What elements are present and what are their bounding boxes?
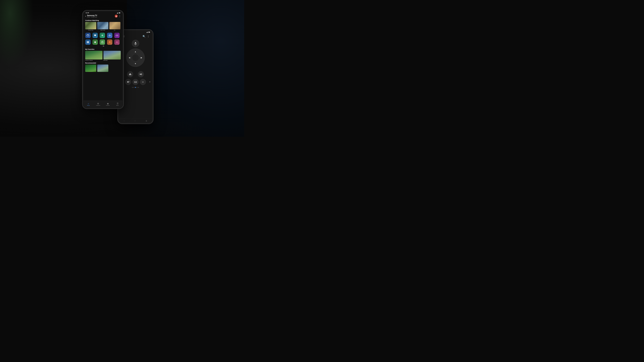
svg-rect-47: [136, 82, 136, 83]
app-icon-samsung-tv-plus[interactable]: [85, 33, 90, 38]
app-icon-bixby[interactable]: [100, 33, 105, 38]
remote-dot-3: [135, 87, 136, 88]
recommended-scroll[interactable]: [84, 64, 122, 72]
svg-rect-17: [116, 35, 118, 36]
svg-point-27: [102, 42, 103, 42]
apps-grid-row1: [84, 32, 122, 39]
svg-marker-40: [127, 81, 128, 83]
ch-button[interactable]: CH: [140, 79, 146, 85]
fav-thumb-mountain: [104, 51, 121, 59]
svg-rect-30: [146, 32, 147, 33]
mic-button[interactable]: [132, 40, 139, 47]
caption-button[interactable]: [132, 79, 138, 85]
app-header: ‹ Samsung TV Home · Living room ⋮: [84, 14, 122, 18]
app-icon-samsung-health[interactable]: [92, 33, 98, 38]
watch-thumb-la: [109, 22, 120, 29]
channel-down-button[interactable]: ▼: [148, 80, 152, 84]
continue-watching-scroll[interactable]: Perfect Day Blue Land La...: [84, 22, 122, 31]
fav-item-mountain[interactable]: Mountain: [104, 51, 121, 61]
watch-label-blue-land: Blue Land: [97, 30, 108, 31]
rec-item-2[interactable]: [97, 64, 108, 72]
mic-icon: [134, 42, 137, 45]
dpad-up-button[interactable]: ▲: [134, 50, 138, 54]
rec-thumb-1: [85, 64, 96, 72]
media-skip-icon: [140, 73, 142, 76]
svg-rect-4: [120, 12, 120, 13]
more-menu-icon[interactable]: ⋮: [119, 15, 121, 17]
remote-status-icons: [146, 31, 150, 33]
svg-rect-24: [88, 42, 89, 43]
app-icon-6[interactable]: [92, 39, 98, 45]
apps-grid-row2: [84, 39, 122, 45]
svg-rect-35: [148, 32, 150, 32]
svg-marker-25: [94, 41, 96, 43]
more-options-icon[interactable]: ⋮: [147, 35, 150, 38]
channel-down-area: ▼: [148, 80, 152, 84]
remote-back-button[interactable]: ‹: [124, 120, 124, 122]
svg-point-11: [102, 35, 103, 36]
app-icon-7[interactable]: [100, 39, 105, 45]
rec-thumb-2: [97, 64, 108, 72]
watch-item-blue-land[interactable]: Blue Land: [97, 22, 108, 31]
app-icon-5[interactable]: [85, 39, 90, 45]
caption-icon: [134, 81, 137, 83]
svg-point-13: [109, 34, 110, 35]
svg-rect-45: [135, 82, 135, 83]
back-button[interactable]: ‹: [85, 15, 86, 17]
rec-item-1[interactable]: [85, 64, 96, 72]
watch-thumb-perfect-day: [85, 22, 96, 29]
home-button[interactable]: [127, 71, 133, 77]
fav-label-forest: Forest on Nature: [85, 60, 102, 61]
continue-watching-title: Continue Watching: [84, 18, 122, 22]
search-icon[interactable]: 🔍: [142, 35, 146, 38]
header-title-area: Samsung TV Home · Living room: [87, 14, 115, 17]
svg-rect-34: [150, 32, 150, 32]
favorites-grid: Forest on Nature Mountain: [84, 51, 122, 61]
watch-label-perfect-day: Perfect Day: [85, 30, 96, 31]
svg-rect-43: [134, 81, 137, 83]
my-favorites-title: My Favorites: [84, 47, 122, 51]
svg-point-6: [116, 15, 116, 16]
dpad-left-button[interactable]: ◀: [128, 56, 132, 60]
app-icon-gaming-hub[interactable]: [114, 33, 120, 38]
svg-rect-44: [135, 82, 135, 82]
app-icon-8[interactable]: [107, 39, 112, 45]
signal-icon: [117, 12, 118, 13]
nav-ambient-icon: ◉: [107, 102, 109, 105]
nav-item-featured[interactable]: ⊞ Featured: [93, 102, 103, 106]
svg-rect-31: [147, 32, 147, 33]
header-subtitle: Home · Living room: [87, 16, 115, 17]
fav-item-forest[interactable]: Forest on Nature: [85, 51, 102, 61]
watch-item-perfect-day[interactable]: Perfect Day: [85, 22, 96, 31]
battery-icon: [119, 12, 120, 13]
remote-sys-nav: ‹ ○ |||: [119, 119, 152, 123]
nav-menu-label: Menu: [116, 105, 119, 106]
nav-item-ambient[interactable]: ◉ Ambient: [103, 102, 113, 106]
remote-dot-4: [136, 87, 137, 88]
remote-recents-button[interactable]: |||: [146, 120, 147, 122]
svg-point-15: [108, 35, 109, 36]
svg-rect-9: [88, 34, 88, 35]
remote-home-button[interactable]: ○: [135, 120, 136, 122]
dpad-down-button[interactable]: ▼: [134, 62, 138, 66]
dpad-center-button[interactable]: [132, 54, 139, 61]
remote-dot-5: [138, 87, 139, 88]
watch-item-la[interactable]: La...: [109, 22, 120, 31]
app-icon-smartthings[interactable]: [107, 33, 112, 38]
dpad-right-button[interactable]: ▶: [140, 56, 144, 60]
avatar-icon[interactable]: [115, 14, 118, 17]
watch-label-la: La...: [109, 30, 120, 31]
svg-point-7: [116, 16, 117, 17]
mute-button[interactable]: [125, 79, 131, 85]
nav-item-home[interactable]: ⌂ Home: [84, 102, 93, 106]
dpad-outer[interactable]: ▲ ▼ ◀ ▶: [126, 48, 145, 67]
app-icon-9[interactable]: [114, 39, 120, 45]
media-next-button[interactable]: [138, 71, 144, 77]
svg-rect-1: [117, 13, 118, 13]
svg-rect-21: [87, 41, 88, 42]
svg-rect-46: [136, 82, 136, 82]
nav-featured-icon: ⊞: [97, 102, 99, 105]
phone1-device: 12:45 ‹ Samsung TV Home · Living room: [82, 10, 124, 109]
page-dots: [84, 45, 122, 47]
nav-item-menu[interactable]: ☰ Menu: [113, 102, 122, 106]
